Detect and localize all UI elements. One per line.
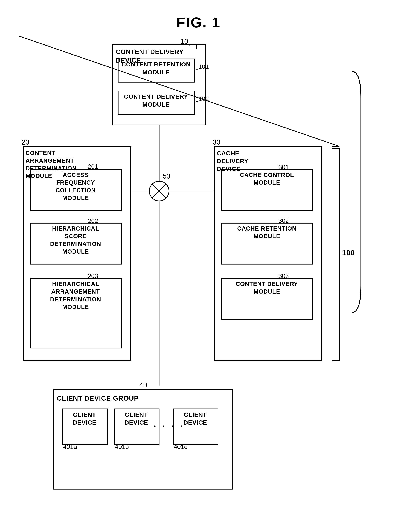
svg-text:303: 303 [279, 272, 289, 279]
svg-text:401c: 401c [174, 443, 187, 450]
svg-line-4 [189, 45, 189, 46]
svg-line-41 [152, 184, 166, 198]
svg-text:401a: 401a [63, 443, 77, 450]
svg-line-40 [152, 184, 166, 198]
client-device-b-label: CLIENTDEVICE [115, 411, 158, 426]
svg-text:50: 50 [163, 173, 170, 180]
cache-control-module-label: CACHE CONTROLMODULE [222, 171, 311, 186]
svg-text:202: 202 [88, 217, 98, 224]
svg-text:302: 302 [279, 217, 289, 224]
svg-text:201: 201 [88, 163, 98, 170]
content-delivery-module-30-label: CONTENT DELIVERYMODULE [222, 280, 311, 296]
svg-text:100: 100 [342, 248, 355, 257]
svg-text:102: 102 [198, 95, 209, 102]
svg-text:20: 20 [22, 138, 29, 146]
svg-text:203: 203 [88, 272, 98, 279]
client-device-a-label: CLIENTDEVICE [63, 411, 106, 426]
svg-text:30: 30 [213, 138, 220, 146]
svg-text:401b: 401b [115, 443, 129, 450]
cache-retention-module-label: CACHE RETENTIONMODULE [222, 225, 311, 240]
content-delivery-module-10-label: CONTENT DELIVERYMODULE [118, 93, 194, 108]
cache-delivery-device-label: CACHE DELIVERYDEVICE [215, 148, 269, 175]
hierarchical-score-label: HIERARCHICALSCOREDETERMINATIONMODULE [31, 225, 120, 255]
content-retention-module-label: CONTENT RETENTIONMODULE [118, 60, 194, 76]
client-device-c-label: CLIENTDEVICE [174, 411, 217, 426]
figure-title: FIG. 1 [0, 0, 397, 31]
hierarchical-arrangement-label: HIERARCHICALARRANGEMENTDETERMINATIONMODU… [31, 280, 120, 311]
svg-text:40: 40 [139, 381, 147, 389]
client-device-group-label: CLIENT DEVICE GROUP [54, 392, 231, 405]
svg-text:301: 301 [279, 163, 289, 170]
svg-text:10: 10 [180, 38, 188, 45]
access-freq-collection-label: ACCESSFREQUENCYCOLLECTIONMODULE [31, 171, 120, 202]
svg-point-39 [149, 181, 169, 201]
